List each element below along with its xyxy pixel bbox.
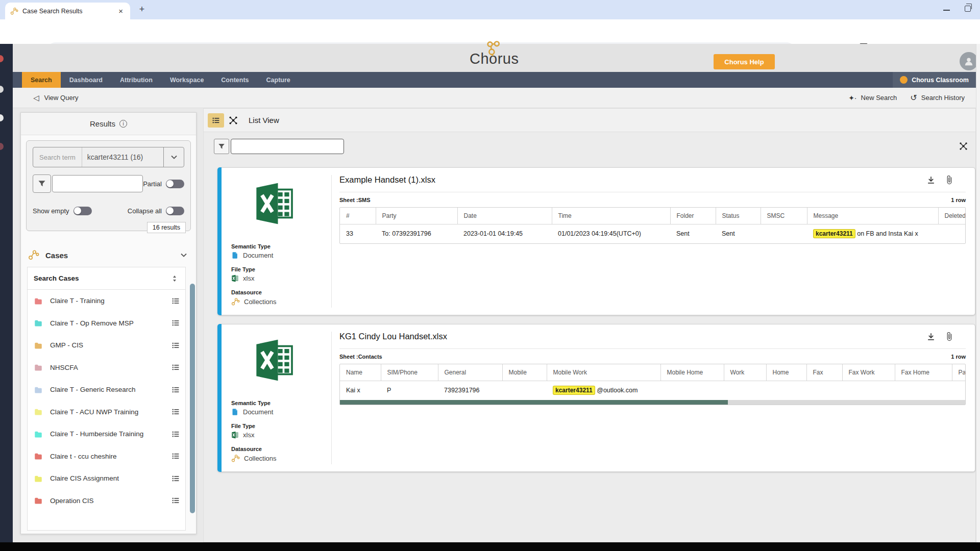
nav-item-workspace[interactable]: Workspace xyxy=(161,72,212,88)
sidebar-filter-input[interactable] xyxy=(52,175,143,192)
horizontal-scrollbar[interactable] xyxy=(340,400,965,405)
case-item[interactable]: Claire CIS Assignment xyxy=(28,467,185,490)
semantic-type-label: Semantic Type xyxy=(231,243,271,249)
excel-file-icon xyxy=(252,338,299,383)
main-funnel-icon[interactable] xyxy=(214,139,229,154)
strip-dot-icon xyxy=(0,55,4,62)
view-label: List View xyxy=(249,116,279,124)
folder-icon xyxy=(34,341,43,350)
case-menu-icon[interactable] xyxy=(171,474,180,483)
tab-title: Case Search Results xyxy=(22,8,116,15)
case-item[interactable]: Claire T - Training xyxy=(28,290,185,312)
search-term-select[interactable]: Search term kcarter43211 (16) xyxy=(33,147,184,167)
case-item[interactable]: Claire t - ccu cheshire xyxy=(28,445,185,468)
classroom-label: Chorus Classroom xyxy=(912,77,969,84)
tab-close-icon[interactable]: × xyxy=(116,7,125,15)
table-row[interactable]: 33 To: 07392391796 2023-01-01 04:19:45 0… xyxy=(340,224,965,243)
window-minimize-icon[interactable] xyxy=(943,10,950,11)
sms-table: # Party Date Time Folder Status SMSC Mes… xyxy=(339,207,966,244)
main-filter-input[interactable] xyxy=(231,139,344,154)
nav-item-dashboard[interactable]: Dashboard xyxy=(61,72,111,88)
view-header: List View xyxy=(204,109,975,132)
partial-toggle[interactable] xyxy=(166,180,184,188)
case-menu-icon[interactable] xyxy=(171,430,180,439)
table-header-row: Name SIM/Phone General Mobile Mobile Wor… xyxy=(340,364,965,381)
table-row[interactable]: Kai x P 7392391796 kcarter43211 @outlook… xyxy=(340,381,965,400)
title-divider xyxy=(339,348,966,349)
list-view-icon[interactable] xyxy=(208,113,224,128)
collapse-all-toggle[interactable] xyxy=(166,207,184,215)
view-query-button[interactable]: ◁ View Query xyxy=(33,93,79,103)
search-term-highlight: kcarter43211 xyxy=(813,229,855,238)
case-item[interactable]: Claire T - Op Remove MSP xyxy=(28,312,185,335)
case-item[interactable]: Operation CIS xyxy=(28,490,185,512)
new-search-label: New Search xyxy=(861,94,897,102)
cases-header[interactable]: Cases xyxy=(28,247,189,263)
chevron-down-icon[interactable] xyxy=(179,250,189,260)
case-menu-icon[interactable] xyxy=(171,296,180,306)
user-avatar[interactable] xyxy=(960,52,978,70)
folder-icon xyxy=(34,296,43,306)
cases-molecule-icon xyxy=(28,249,39,261)
case-menu-icon[interactable] xyxy=(171,385,180,394)
file-type-value: xlsx xyxy=(231,274,254,282)
case-menu-icon[interactable] xyxy=(171,452,180,461)
graph-view-icon[interactable] xyxy=(225,113,241,128)
case-item[interactable]: GMP - CIS xyxy=(28,334,185,357)
results-sidebar: Results i Search term kcarter43211 (16) … xyxy=(20,112,197,534)
info-icon[interactable]: i xyxy=(119,120,127,128)
new-tab-button[interactable]: + xyxy=(136,4,148,15)
collapse-all-label: Collapse all xyxy=(128,207,162,215)
show-empty-toggle[interactable] xyxy=(74,207,92,215)
sidebar-scrollbar[interactable] xyxy=(190,284,195,513)
nav-item-attribution[interactable]: Attribution xyxy=(111,72,161,88)
window-restore-icon[interactable] xyxy=(965,6,971,12)
page-scrollbar[interactable] xyxy=(976,44,980,542)
case-item[interactable]: NHSCFA xyxy=(28,357,185,379)
classroom-badge[interactable]: Chorus Classroom xyxy=(893,72,976,88)
classroom-dot-icon xyxy=(900,76,908,84)
case-menu-icon[interactable] xyxy=(171,407,180,416)
case-menu-icon[interactable] xyxy=(171,363,180,372)
case-menu-icon[interactable] xyxy=(171,318,180,328)
case-item[interactable]: Claire T - Generic Research xyxy=(28,379,185,401)
folder-icon xyxy=(34,385,43,394)
layout-network-icon[interactable] xyxy=(959,141,968,151)
datasource-value: Collections xyxy=(231,454,277,463)
sidebar-funnel-icon[interactable] xyxy=(33,174,51,193)
file-title[interactable]: Example Handset (1).xlsx xyxy=(339,175,435,185)
nav-item-capture[interactable]: Capture xyxy=(258,72,299,88)
sheet-label: Sheet :SMS xyxy=(339,197,371,203)
document-icon xyxy=(231,252,239,259)
result-card-contacts[interactable]: Semantic Type Document File Type xlsx Da… xyxy=(217,324,975,472)
browser-tab[interactable]: Case Search Results × xyxy=(5,3,130,19)
search-history-label: Search History xyxy=(921,94,965,102)
chevron-down-icon[interactable] xyxy=(163,147,184,167)
file-title[interactable]: KG1 Cindy Lou Handset.xlsx xyxy=(339,332,447,341)
result-card-sms[interactable]: Semantic Type Document File Type xlsx Da… xyxy=(217,167,975,315)
horizontal-scrollbar-thumb[interactable] xyxy=(340,400,728,405)
search-history-button[interactable]: ↺ Search History xyxy=(910,93,965,103)
history-icon: ↺ xyxy=(910,93,917,103)
search-cases-header[interactable]: Search Cases xyxy=(28,267,185,290)
new-search-button[interactable]: ✦· New Search xyxy=(848,94,897,102)
case-menu-icon[interactable] xyxy=(171,496,180,505)
download-icon[interactable] xyxy=(926,175,936,185)
case-menu-icon[interactable] xyxy=(171,341,180,350)
nav-item-search[interactable]: Search xyxy=(22,72,61,88)
chorus-help-button[interactable]: Chorus Help xyxy=(714,54,775,69)
case-item[interactable]: Claire T - ACU NWP Training xyxy=(28,401,185,423)
nav-item-contents[interactable]: Contents xyxy=(212,72,257,88)
download-icon[interactable] xyxy=(926,332,936,342)
case-item[interactable]: Claire T - Humberside Training xyxy=(28,423,185,445)
title-divider xyxy=(339,192,966,192)
show-empty-label: Show empty xyxy=(33,207,69,215)
message-cell: kcarter43211 on FB and Insta Kai x xyxy=(807,224,938,243)
sort-icon[interactable] xyxy=(170,274,179,283)
paperclip-icon[interactable] xyxy=(944,175,954,185)
chorus-favicon-icon xyxy=(10,7,18,15)
paperclip-icon[interactable] xyxy=(944,332,954,342)
card-divider xyxy=(331,332,332,464)
folder-icon xyxy=(34,407,43,416)
cases-title: Cases xyxy=(45,251,68,260)
